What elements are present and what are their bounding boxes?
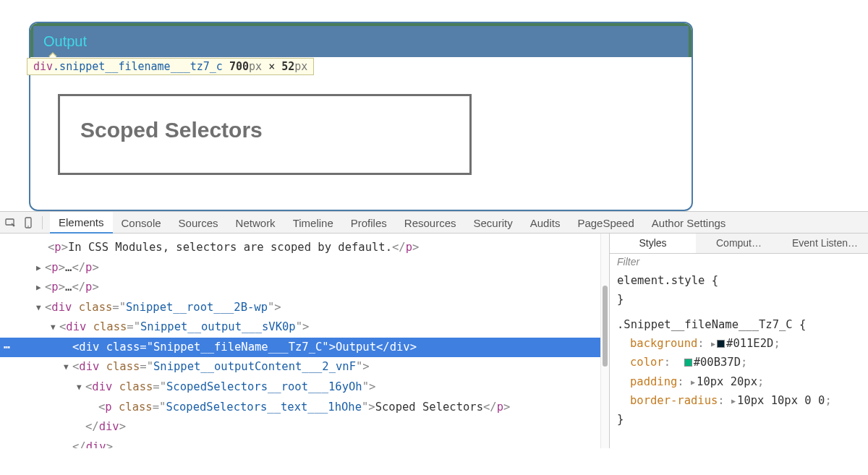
snippet-container: Output div.snippet__filename___tz7_c 700…: [29, 22, 693, 211]
tree-node[interactable]: ▶<p>…</p>: [0, 278, 600, 298]
css-prop-color[interactable]: color: #00B37D;: [617, 353, 861, 372]
tree-node[interactable]: ▼<div class="Snippet__outputContent___2_…: [0, 357, 600, 377]
scrollbar-thumb[interactable]: [603, 286, 608, 367]
tree-node[interactable]: ▼<div class="Snippet__output___sVK0p">: [0, 317, 600, 338]
toolbar-separator: [42, 216, 43, 229]
rule-selector[interactable]: .Snippet__fileName___Tz7_C: [617, 318, 793, 331]
css-prop-background[interactable]: background: ▶#011E2D;: [617, 334, 861, 353]
sidebar-tabs: Styles Comput… Event Listen…: [610, 234, 868, 254]
tab-console[interactable]: Console: [113, 212, 170, 234]
tooltip-height: 52: [281, 60, 294, 73]
tree-node-selected[interactable]: ⋯<div class="Snippet__fileName___Tz7_C">…: [0, 338, 600, 358]
snippet-title: Output: [43, 33, 87, 49]
scoped-selectors-box: Scoped Selectors: [58, 94, 472, 175]
devtools-toolbar: Elements Console Sources Network Timelin…: [0, 212, 868, 234]
tree-node[interactable]: </div>: [0, 417, 600, 437]
inspect-icon[interactable]: [4, 216, 17, 229]
tab-timeline[interactable]: Timeline: [284, 212, 342, 234]
page-preview: Output div.snippet__filename___tz7_c 700…: [0, 22, 868, 211]
tab-audits[interactable]: Audits: [522, 212, 569, 234]
tab-security[interactable]: Security: [465, 212, 522, 234]
sidebar-tab-events[interactable]: Event Listen…: [782, 234, 868, 253]
tab-network[interactable]: Network: [227, 212, 284, 234]
tooltip-width: 700: [229, 60, 249, 73]
tree-node[interactable]: <p class="ScopedSelectors__text___1hOhe"…: [0, 398, 600, 418]
tree-node[interactable]: ▼<div class="ScopedSelectors__root___16y…: [0, 377, 600, 398]
tree-node[interactable]: <p>In CSS Modules, selectors are scoped …: [0, 238, 600, 258]
css-prop-border-radius[interactable]: border-radius: ▶10px 10px 0 0;: [617, 391, 861, 410]
elements-tree[interactable]: <p>In CSS Modules, selectors are scoped …: [0, 234, 600, 448]
snippet-header-inner: Output: [33, 26, 689, 57]
styles-sidebar: Styles Comput… Event Listen… Filter elem…: [609, 234, 868, 448]
devtools-body: <p>In CSS Modules, selectors are scoped …: [0, 234, 868, 448]
tooltip-width-unit: px: [249, 60, 262, 73]
tree-node[interactable]: ▶<p>…</p>: [0, 258, 600, 278]
tooltip-class: .snippet__filename___tz7_c: [53, 60, 223, 73]
styles-pane: element.style { } .Snippet__fileName___T…: [610, 270, 868, 431]
snippet-body: Scoped Selectors: [30, 74, 692, 210]
css-prop-padding[interactable]: padding: ▶10px 20px;: [617, 372, 861, 391]
devtools-tabs: Elements Console Sources Network Timelin…: [50, 212, 734, 233]
tab-profiles[interactable]: Profiles: [342, 212, 396, 234]
elements-scrollbar[interactable]: [600, 234, 609, 448]
tooltip-sep: ×: [268, 60, 275, 73]
tooltip-height-unit: px: [294, 60, 307, 73]
inline-style-selector: element.style: [617, 274, 705, 287]
svg-point-2: [27, 226, 29, 227]
device-toggle-icon[interactable]: [22, 216, 35, 229]
sidebar-tab-styles[interactable]: Styles: [610, 234, 696, 253]
tree-node[interactable]: ▼<div class="Snippet__root___2B-wp">: [0, 298, 600, 318]
snippet-header-outer: Output: [30, 23, 692, 57]
sidebar-tab-computed[interactable]: Comput…: [696, 234, 782, 253]
tab-resources[interactable]: Resources: [396, 212, 465, 234]
tab-pagespeed[interactable]: PageSpeed: [569, 212, 642, 234]
tab-author-settings[interactable]: Author Settings: [643, 212, 735, 234]
styles-filter[interactable]: Filter: [610, 254, 868, 270]
inspect-tooltip-row: div.snippet__filename___tz7_c 700px × 52…: [30, 56, 692, 74]
devtools-panel: Elements Console Sources Network Timelin…: [0, 211, 868, 448]
scoped-selectors-heading: Scoped Selectors: [80, 118, 449, 142]
tree-node[interactable]: </div>: [0, 437, 600, 448]
tab-sources[interactable]: Sources: [170, 212, 227, 234]
tooltip-tag: div: [33, 60, 53, 73]
inspect-tooltip: div.snippet__filename___tz7_c 700px × 52…: [27, 58, 314, 75]
tab-elements[interactable]: Elements: [50, 212, 113, 234]
